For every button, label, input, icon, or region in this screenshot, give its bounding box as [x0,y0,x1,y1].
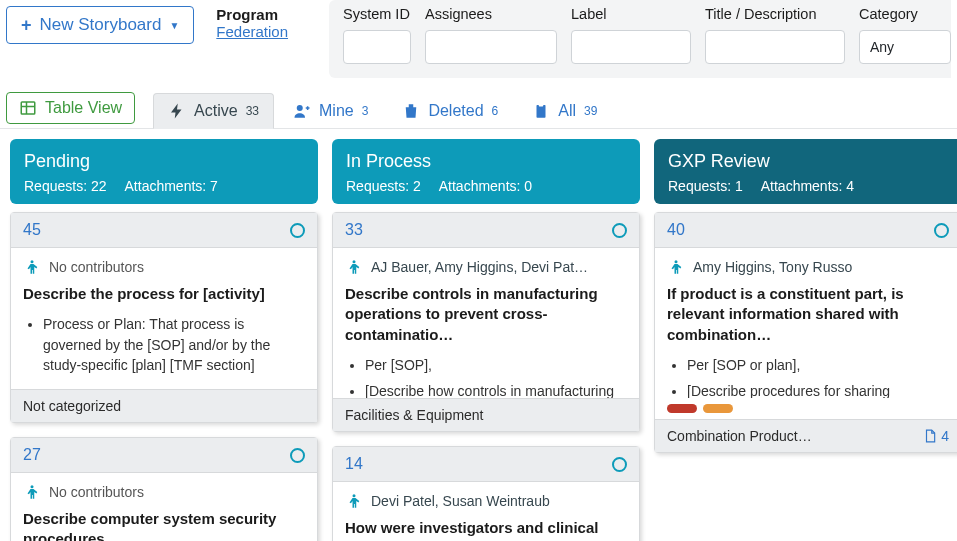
assignees-label: Assignees [425,6,557,22]
new-storyboard-button[interactable]: + New Storyboard ▼ [6,6,194,44]
contributors-text: No contributors [49,259,144,275]
tab-active-label: Active [194,102,238,120]
column-gxp-review: GXP Review Requests: 1 Attachments: 4 40… [654,139,957,541]
card-title: Describe controls in manufacturing opera… [345,284,627,345]
column-header-in-process[interactable]: In Process Requests: 2 Attachments: 0 [332,139,640,204]
label-row [655,398,957,419]
svg-rect-0 [21,102,35,114]
column-pending: Pending Requests: 22 Attachments: 7 45 N… [10,139,318,541]
status-icon [934,223,949,238]
svg-rect-2 [537,105,546,118]
svg-point-8 [675,260,678,263]
tab-active[interactable]: Active 33 [153,93,274,129]
contributors-icon [667,258,685,276]
contributors-icon [23,258,41,276]
title-filter-label: Title / Description [705,6,845,22]
tab-mine-count: 3 [362,104,369,118]
title-input[interactable] [705,30,845,64]
svg-point-5 [31,485,34,488]
card-id[interactable]: 45 [23,221,41,239]
table-icon [19,99,37,117]
card-id[interactable]: 33 [345,221,363,239]
attachments-count: Attachments: 4 [761,178,854,194]
contributors-text: Amy Higgins, Tony Russo [693,259,852,275]
label-input[interactable] [571,30,691,64]
bolt-icon [168,102,186,120]
tab-active-count: 33 [246,104,259,118]
system-id-label: System ID [343,6,411,22]
card-title: Describe computer system security proced… [23,509,305,541]
status-icon [612,457,627,472]
svg-point-7 [353,494,356,497]
system-id-input[interactable] [343,30,411,64]
card-title: How were investigators and clinical site… [345,518,627,541]
tab-all-label: All [558,102,576,120]
card-id[interactable]: 40 [667,221,685,239]
svg-point-1 [297,105,303,111]
requests-count: Requests: 1 [668,178,743,194]
status-icon [290,448,305,463]
card-title: If product is a constituent part, is rel… [667,284,949,345]
table-view-button[interactable]: Table View [6,92,135,124]
filter-bar: System ID Assignees Label Title / Descri… [329,0,951,78]
card-bullets: Process or Plan: That process is governe… [23,314,305,375]
attachment-indicator[interactable]: 4 [923,428,949,444]
card-title: Describe the process for [activity] [23,284,305,304]
column-title: GXP Review [668,151,948,172]
tab-all-count: 39 [584,104,597,118]
category-value: Any [870,39,894,55]
card-bullet: [Describe procedures for sharing informa… [687,381,949,398]
user-icon [293,102,311,120]
svg-point-6 [353,260,356,263]
contributors-icon [345,258,363,276]
tab-deleted[interactable]: Deleted 6 [387,93,513,129]
attachments-count: Attachments: 7 [125,178,218,194]
column-title: Pending [24,151,304,172]
category-filter-label: Category [859,6,951,22]
card-bullets: Per [SOP], [Describe how controls in man… [345,355,627,398]
card-bullet: Per [SOP], [365,355,627,375]
status-icon [612,223,627,238]
svg-point-4 [31,260,34,263]
card[interactable]: 45 No contributors Describe the process … [10,212,318,423]
trash-icon [402,102,420,120]
clipboard-icon [532,102,550,120]
status-icon [290,223,305,238]
label-filter-label: Label [571,6,691,22]
card-category: Facilities & Equipment [345,407,484,423]
column-in-process: In Process Requests: 2 Attachments: 0 33… [332,139,640,541]
tab-deleted-label: Deleted [428,102,483,120]
label-pill-red[interactable] [667,404,697,413]
card-bullet: Per [SOP or plan], [687,355,949,375]
tab-mine-label: Mine [319,102,354,120]
column-header-pending[interactable]: Pending Requests: 22 Attachments: 7 [10,139,318,204]
card-id[interactable]: 14 [345,455,363,473]
assignees-input[interactable] [425,30,557,64]
tab-deleted-count: 6 [492,104,499,118]
contributors-text: AJ Bauer, Amy Higgins, Devi Patel, Bridg… [371,259,591,275]
requests-count: Requests: 22 [24,178,107,194]
card[interactable]: 40 Amy Higgins, Tony Russo If product is… [654,212,957,453]
contributors-text: Devi Patel, Susan Weintraub [371,493,550,509]
card[interactable]: 14 Devi Patel, Susan Weintraub How were … [332,446,640,541]
tab-all[interactable]: All 39 [517,93,612,129]
label-pill-orange[interactable] [703,404,733,413]
card[interactable]: 33 AJ Bauer, Amy Higgins, Devi Patel, Br… [332,212,640,432]
category-select[interactable]: Any [859,30,951,64]
view-tabs: Table View Active 33 Mine 3 Deleted 6 Al… [0,78,957,129]
contributors-icon [23,483,41,501]
card[interactable]: 27 No contributors Describe computer sys… [10,437,318,541]
program-link[interactable]: Federation [216,23,288,40]
contributors-icon [345,492,363,510]
kanban-board: Pending Requests: 22 Attachments: 7 45 N… [0,129,957,541]
program-block: Program Federation [216,0,288,40]
caret-down-icon: ▼ [169,20,179,31]
card-bullet: [Describe how controls in manufacturing … [365,381,627,398]
table-view-label: Table View [45,99,122,117]
attachment-count: 4 [941,428,949,444]
plus-icon: + [21,16,32,34]
card-id[interactable]: 27 [23,446,41,464]
tab-mine[interactable]: Mine 3 [278,93,383,129]
column-header-gxp[interactable]: GXP Review Requests: 1 Attachments: 4 [654,139,957,204]
attachments-count: Attachments: 0 [439,178,532,194]
